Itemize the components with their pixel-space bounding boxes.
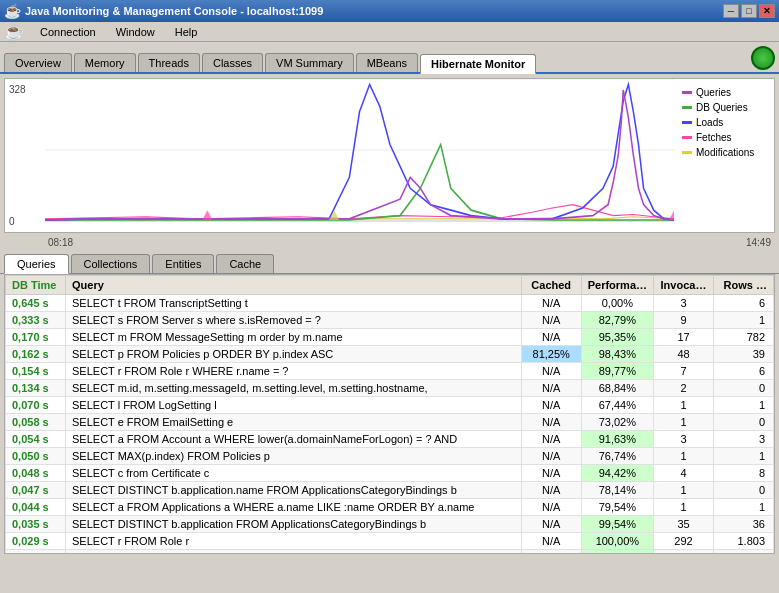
- maximize-button[interactable]: □: [741, 4, 757, 18]
- menu-help[interactable]: Help: [171, 24, 202, 40]
- tab-mbeans[interactable]: MBeans: [356, 53, 418, 72]
- table-row[interactable]: 0,054 s SELECT a FROM Account a WHERE lo…: [6, 431, 774, 448]
- table-row[interactable]: 0,029 s SELECT r FROM Role r N/A 100,00%…: [6, 533, 774, 550]
- chart-svg: [45, 79, 674, 232]
- cell-invocations: 1: [654, 397, 714, 414]
- table-row[interactable]: 0,026 s SELECT a FROM Account a N/A 93,9…: [6, 550, 774, 555]
- cell-query: SELECT l FROM LogSetting l: [66, 397, 522, 414]
- tab-cache[interactable]: Cache: [216, 254, 274, 273]
- table-row[interactable]: 0,645 s SELECT t FROM TranscriptSetting …: [6, 295, 774, 312]
- table-row[interactable]: 0,070 s SELECT l FROM LogSetting l N/A 6…: [6, 397, 774, 414]
- cell-query: SELECT MAX(p.index) FROM Policies p: [66, 448, 522, 465]
- cell-rows: 6: [714, 363, 774, 380]
- cell-time: 0,154 s: [6, 363, 66, 380]
- cell-cached: N/A: [521, 550, 581, 555]
- cell-cached: N/A: [521, 397, 581, 414]
- tab-collections[interactable]: Collections: [71, 254, 151, 273]
- cell-query: SELECT r FROM Role r WHERE r.name = ?: [66, 363, 522, 380]
- cell-time: 0,047 s: [6, 482, 66, 499]
- cell-rows: 1: [714, 448, 774, 465]
- cell-invocations: 4: [654, 465, 714, 482]
- table-row[interactable]: 0,154 s SELECT r FROM Role r WHERE r.nam…: [6, 363, 774, 380]
- cell-query: SELECT s FROM Server s where s.isRemoved…: [66, 312, 522, 329]
- tab-classes[interactable]: Classes: [202, 53, 263, 72]
- table-row[interactable]: 0,134 s SELECT m.id, m.setting.messageId…: [6, 380, 774, 397]
- cell-cached: N/A: [521, 448, 581, 465]
- cell-cached: N/A: [521, 380, 581, 397]
- cell-time: 0,044 s: [6, 499, 66, 516]
- legend-db-queries-label: DB Queries: [696, 102, 748, 113]
- table-container[interactable]: DB Time Query Cached Performa… Invoca… R…: [4, 274, 775, 554]
- cell-invocations: 292: [654, 533, 714, 550]
- cell-query: SELECT e FROM EmailSetting e: [66, 414, 522, 431]
- header-rows[interactable]: Rows …: [714, 276, 774, 295]
- cell-rows: 0: [714, 482, 774, 499]
- chart-area: 328 0 Que: [4, 78, 775, 233]
- tab-vm-summary[interactable]: VM Summary: [265, 53, 354, 72]
- cell-invocations: 1: [654, 414, 714, 431]
- cell-query: SELECT DISTINCT b.application.name FROM …: [66, 482, 522, 499]
- legend-modifications: Modifications: [682, 147, 766, 158]
- title-bar-left: ☕ Java Monitoring & Management Console -…: [4, 3, 323, 19]
- table-row[interactable]: 0,035 s SELECT DISTINCT b.application FR…: [6, 516, 774, 533]
- tab-threads[interactable]: Threads: [138, 53, 200, 72]
- legend-queries: Queries: [682, 87, 766, 98]
- cell-performance: 93,95%: [581, 550, 653, 555]
- cell-rows: 1: [714, 499, 774, 516]
- table-row[interactable]: 0,044 s SELECT a FROM Applications a WHE…: [6, 499, 774, 516]
- cell-time: 0,170 s: [6, 329, 66, 346]
- table-row[interactable]: 0,333 s SELECT s FROM Server s where s.i…: [6, 312, 774, 329]
- legend-loads-dot: [682, 121, 692, 124]
- cell-query: SELECT c from Certificate c: [66, 465, 522, 482]
- legend-fetches: Fetches: [682, 132, 766, 143]
- cell-rows: 39: [714, 346, 774, 363]
- cell-invocations: 48: [654, 346, 714, 363]
- menu-window[interactable]: Window: [112, 24, 159, 40]
- table-row[interactable]: 0,048 s SELECT c from Certificate c N/A …: [6, 465, 774, 482]
- table-row[interactable]: 0,058 s SELECT e FROM EmailSetting e N/A…: [6, 414, 774, 431]
- x-start-label: 08:18: [48, 237, 73, 248]
- title-text: Java Monitoring & Management Console - l…: [25, 5, 323, 17]
- cell-query: SELECT p FROM Policies p ORDER BY p.inde…: [66, 346, 522, 363]
- table-row[interactable]: 0,050 s SELECT MAX(p.index) FROM Policie…: [6, 448, 774, 465]
- cell-invocations: 1: [654, 499, 714, 516]
- minimize-button[interactable]: ─: [723, 4, 739, 18]
- cell-performance: 95,35%: [581, 329, 653, 346]
- header-performance[interactable]: Performa…: [581, 276, 653, 295]
- cell-cached: N/A: [521, 329, 581, 346]
- tab-queries[interactable]: Queries: [4, 254, 69, 274]
- cell-rows: 3: [714, 431, 774, 448]
- cell-invocations: 1: [654, 482, 714, 499]
- connection-indicator: [751, 46, 775, 70]
- cell-performance: 99,54%: [581, 516, 653, 533]
- header-invocations[interactable]: Invoca…: [654, 276, 714, 295]
- close-button[interactable]: ✕: [759, 4, 775, 18]
- header-query[interactable]: Query: [66, 276, 522, 295]
- cell-performance: 76,74%: [581, 448, 653, 465]
- cell-time: 0,070 s: [6, 397, 66, 414]
- cell-rows: 36: [714, 516, 774, 533]
- cell-invocations: 3: [654, 431, 714, 448]
- tab-overview[interactable]: Overview: [4, 53, 72, 72]
- coffee-logo: ☕: [4, 22, 24, 41]
- cell-time: 0,162 s: [6, 346, 66, 363]
- cell-time: 0,645 s: [6, 295, 66, 312]
- cell-rows: 1: [714, 397, 774, 414]
- table-row[interactable]: 0,162 s SELECT p FROM Policies p ORDER B…: [6, 346, 774, 363]
- table-row[interactable]: 0,047 s SELECT DISTINCT b.application.na…: [6, 482, 774, 499]
- tab-memory[interactable]: Memory: [74, 53, 136, 72]
- cell-cached: N/A: [521, 312, 581, 329]
- legend-loads-label: Loads: [696, 117, 723, 128]
- menu-connection[interactable]: Connection: [36, 24, 100, 40]
- table-body: 0,645 s SELECT t FROM TranscriptSetting …: [6, 295, 774, 555]
- header-cached[interactable]: Cached: [521, 276, 581, 295]
- legend-fetches-label: Fetches: [696, 132, 732, 143]
- cell-invocations: 35: [654, 516, 714, 533]
- cell-time: 0,333 s: [6, 312, 66, 329]
- tab-hibernate-monitor[interactable]: Hibernate Monitor: [420, 54, 536, 74]
- cell-rows: 0: [714, 380, 774, 397]
- table-row[interactable]: 0,170 s SELECT m FROM MessageSetting m o…: [6, 329, 774, 346]
- header-db-time[interactable]: DB Time: [6, 276, 66, 295]
- tab-entities[interactable]: Entities: [152, 254, 214, 273]
- cell-performance: 94,42%: [581, 465, 653, 482]
